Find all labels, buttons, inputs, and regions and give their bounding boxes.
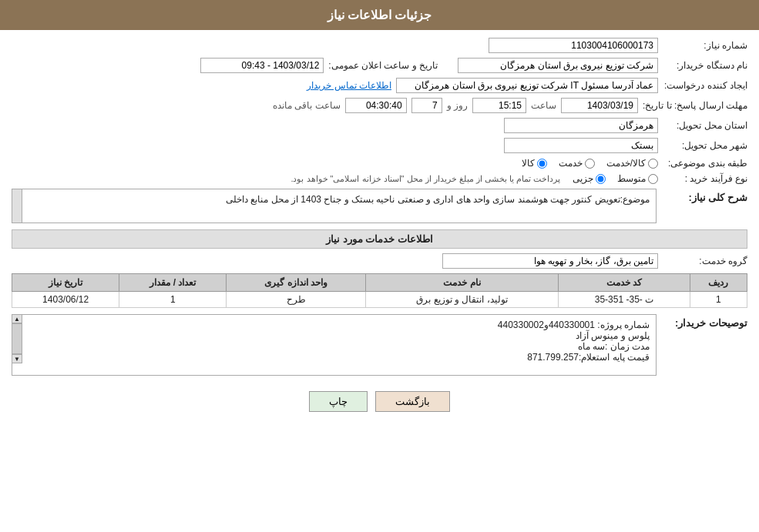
saat-input[interactable] (472, 98, 526, 113)
scrollbar[interactable] (12, 189, 22, 223)
radio-jozii[interactable]: جزیی (573, 173, 606, 184)
radio-kala-khedmat-input[interactable] (648, 159, 658, 169)
etelaaat-tamas-link[interactable]: اطلاعات تماس خریدار (307, 80, 391, 91)
table-header-row: ردیف کد خدمت نام خدمت واحد اندازه گیری ت… (12, 274, 747, 292)
radio-jozii-label: جزیی (573, 173, 593, 184)
shahr-input[interactable] (504, 138, 658, 153)
shomara-niaz-row: شماره نیاز: (12, 38, 747, 53)
buyer-desc-box: شماره پروژه: 440330001و440330002 پلوس و … (12, 314, 657, 376)
cell-date: 1403/06/12 (12, 292, 119, 308)
th-count: تعداد / مقدار (119, 274, 227, 292)
buyer-desc-container: شماره پروژه: 440330001و440330002 پلوس و … (12, 314, 657, 376)
th-radif: ردیف (690, 274, 747, 292)
shahr-label: شهر محل تحویل: (663, 140, 747, 151)
buyer-desc-line1: شماره پروژه: 440330001و440330002 (18, 320, 650, 330)
table-row: 1 ت -35- 351-35 تولید، انتقال و توزیع بر… (12, 292, 747, 308)
buyer-desc-line4: قیمت پایه استعلام:871.799.257 (18, 352, 650, 363)
table-head: ردیف کد خدمت نام خدمت واحد اندازه گیری ت… (12, 274, 747, 292)
farayand-note: پرداخت تمام یا بخشی از مبلغ خریدار از مح… (291, 174, 560, 184)
nam-dastgah-label: نام دستگاه خریدار: (663, 60, 747, 71)
cell-radif: 1 (690, 292, 747, 308)
sharh-section: شرح کلی نیاز: موضوع:تعویض کنتور جهت هوشم… (12, 189, 747, 223)
radio-khedmat-input[interactable] (585, 159, 595, 169)
farayand-label: نوع فرآیند خرید : (663, 173, 747, 184)
ijad-konande-input[interactable] (396, 78, 658, 93)
cell-name: تولید، انتقال و توزیع برق (365, 292, 558, 308)
sharh-desc-box: موضوع:تعویض کنتور جهت هوشمند سازی واحد ه… (12, 189, 657, 223)
back-button[interactable]: بازگشت (375, 391, 450, 412)
th-unit: واحد اندازه گیری (227, 274, 365, 292)
ijad-konande-label: ایجاد کننده درخواست: (663, 80, 747, 91)
page-wrapper: جزئیات اطلاعات نیاز شماره نیاز: نام دستگ… (0, 0, 759, 532)
tabaqe-row: طبقه بندی موضوعی: کالا/خدمت خدمت کالا (12, 158, 747, 169)
mohlat-label: مهلت ارسال پاسخ: تا تاریخ: (643, 100, 747, 111)
services-table: ردیف کد خدمت نام خدمت واحد اندازه گیری ت… (12, 273, 747, 308)
buyer-desc-label: توصیحات خریدار: (663, 314, 747, 329)
shomara-niaz-label: شماره نیاز: (663, 40, 747, 51)
radio-khedmat-label: خدمت (559, 158, 583, 169)
sharh-container: موضوع:تعویض کنتور جهت هوشمند سازی واحد ه… (12, 189, 657, 223)
shahr-row: شهر محل تحویل: (12, 138, 747, 153)
group-input[interactable] (442, 253, 658, 269)
page-header: جزئیات اطلاعات نیاز (0, 0, 759, 30)
tabaqe-radio-group: کالا/خدمت خدمت کالا (522, 158, 658, 169)
saat-label: ساعت (531, 100, 556, 111)
scroll-down-btn[interactable]: ▼ (12, 354, 22, 363)
rooz-input[interactable] (411, 98, 442, 113)
cell-count: 1 (119, 292, 227, 308)
cell-unit: طرح (227, 292, 365, 308)
radio-kala-khedmat-label: کالا/خدمت (606, 158, 646, 169)
sharh-label: شرح کلی نیاز: (663, 189, 747, 203)
date-input[interactable] (561, 98, 638, 113)
radio-kala-khedmat[interactable]: کالا/خدمت (606, 158, 658, 169)
scroll-track (12, 323, 22, 354)
th-name: نام خدمت (365, 274, 558, 292)
sharh-text: موضوع:تعویض کنتور جهت هوشمند سازی واحد ه… (226, 194, 650, 205)
radio-kala-input[interactable] (537, 159, 547, 169)
footer-buttons: بازگشت چاپ (12, 382, 747, 421)
group-label: گروه خدمت: (663, 256, 747, 266)
table-body: 1 ت -35- 351-35 تولید، انتقال و توزیع بر… (12, 292, 747, 308)
ostan-input[interactable] (504, 118, 658, 133)
radio-motavasset-input[interactable] (648, 174, 658, 184)
scroll-up-btn[interactable]: ▲ (12, 314, 22, 323)
buyer-desc-section: توصیحات خریدار: شماره پروژه: 440330001و4… (12, 314, 747, 376)
scrollbar-track[interactable] (12, 189, 22, 223)
page-title: جزئیات اطلاعات نیاز (327, 8, 432, 22)
rooz-label: روز و (447, 100, 468, 111)
buyer-scrollbar[interactable]: ▲ ▼ (12, 314, 22, 363)
radio-khedmat[interactable]: خدمت (559, 158, 595, 169)
radio-motavasset[interactable]: متوسط (617, 173, 658, 184)
baqi-mande-label: ساعت باقی مانده (273, 100, 341, 111)
buyer-desc-line3: مدت زمان :سه ماه (18, 341, 650, 352)
service-section-title: اطلاعات خدمات مورد نیاز (12, 229, 747, 249)
radio-jozii-input[interactable] (596, 174, 606, 184)
tarikh-saat-input[interactable] (200, 58, 324, 73)
tarikh-saat-label: تاریخ و ساعت اعلان عمومی: (328, 60, 438, 71)
shomara-niaz-input[interactable] (489, 38, 658, 53)
mohlat-row: مهلت ارسال پاسخ: تا تاریخ: ساعت روز و سا… (12, 98, 747, 113)
print-button[interactable]: چاپ (309, 391, 368, 412)
th-date: تاریخ نیاز (12, 274, 119, 292)
tabaqe-label: طبقه بندی موضوعی: (663, 158, 747, 169)
nam-dastgah-input[interactable] (458, 58, 658, 73)
cell-code: ت -35- 351-35 (559, 292, 690, 308)
baqi-mande-input[interactable] (345, 98, 407, 113)
main-content: شماره نیاز: نام دستگاه خریدار: تاریخ و س… (0, 30, 759, 429)
ostan-row: استان محل تحویل: (12, 118, 747, 133)
farayand-row: نوع فرآیند خرید : متوسط جزیی پرداخت تمام… (12, 173, 747, 184)
tarikh-nam-row: نام دستگاه خریدار: تاریخ و ساعت اعلان عم… (12, 58, 747, 73)
radio-motavasset-label: متوسط (617, 173, 646, 184)
farayand-radio-group: متوسط جزیی (573, 173, 658, 184)
ostan-label: استان محل تحویل: (663, 120, 747, 131)
ijad-konande-row: ایجاد کننده درخواست: اطلاعات تماس خریدار (12, 78, 747, 93)
radio-kala[interactable]: کالا (522, 158, 547, 169)
group-row: گروه خدمت: (12, 253, 747, 269)
th-code: کد خدمت (559, 274, 690, 292)
buyer-desc-line2: پلوس و مینوس آزاد (18, 330, 650, 341)
radio-kala-label: کالا (522, 158, 535, 169)
